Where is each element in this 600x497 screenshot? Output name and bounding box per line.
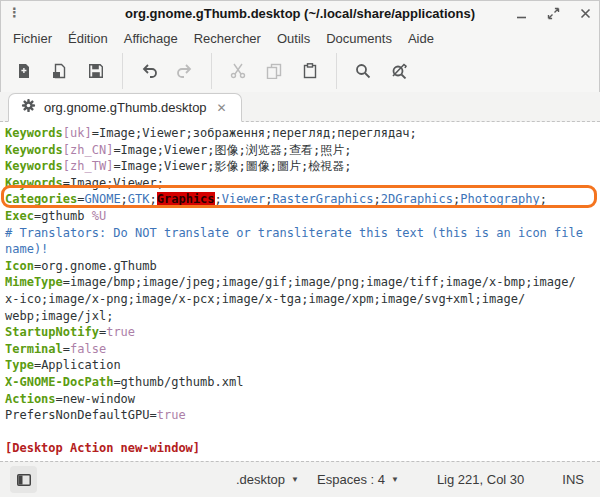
- tab-org-gnome-gthumb-desktop[interactable]: org.gnome.gThumb.desktop ✕: [8, 93, 242, 122]
- menu-fichier[interactable]: Fichier: [6, 29, 59, 48]
- app-menu-icon[interactable]: ⋮: [8, 8, 22, 18]
- code-line: Actions=new-window: [5, 391, 600, 408]
- code-line: Keywords[uk]=Image;Viewer;зображення;пер…: [5, 125, 600, 142]
- close-button[interactable]: [578, 6, 592, 20]
- cursor-position-label: Lig 221, Col 30: [437, 472, 524, 487]
- code-line: Terminal=false: [5, 341, 600, 358]
- copy-icon: [266, 63, 282, 79]
- chevron-down-icon: ▼: [391, 475, 399, 484]
- replace-button[interactable]: [385, 57, 413, 85]
- find-replace-icon: [391, 63, 407, 79]
- filetype-dropdown[interactable]: .desktop ▼: [230, 469, 305, 490]
- menu-outils[interactable]: Outils: [270, 29, 317, 48]
- search-icon: [355, 63, 371, 79]
- tab-close-icon[interactable]: ✕: [215, 101, 229, 115]
- redo-icon: [176, 63, 194, 79]
- paste-button[interactable]: [296, 57, 324, 85]
- menu-documents[interactable]: Documents: [319, 29, 399, 48]
- toolbar-separator: [336, 53, 337, 89]
- code-line: webp;image/jxl;: [5, 308, 600, 325]
- window-title: org.gnome.gThumb.desktop (~/.local/share…: [0, 6, 600, 21]
- cursor-position-button[interactable]: Lig 221, Col 30: [431, 469, 530, 490]
- close-icon: [579, 7, 592, 20]
- cut-icon: [230, 63, 246, 79]
- restore-icon: [547, 7, 560, 20]
- restore-button[interactable]: [546, 6, 560, 20]
- save-button[interactable]: [82, 57, 110, 85]
- code-line: Keywords[zh_TW]=Image;Viewer;影像;圖像;圖片;檢視…: [5, 158, 600, 175]
- toolbar: [0, 50, 600, 92]
- copy-button: [260, 57, 288, 85]
- new-document-button[interactable]: [10, 57, 38, 85]
- code-line: name)!: [5, 241, 600, 258]
- code-line: StartupNotify=true: [5, 324, 600, 341]
- window-controls: [514, 6, 592, 20]
- statusbar-right: .desktop ▼ Espaces : 4 ▼ Lig 221, Col 30…: [230, 469, 590, 490]
- code-line: [5, 424, 600, 441]
- menubar: FichierÉditionAffichageRechercherOutilsD…: [0, 26, 600, 50]
- tab-width-dropdown[interactable]: Espaces : 4 ▼: [311, 469, 405, 490]
- tab-label: org.gnome.gThumb.desktop: [44, 100, 207, 115]
- code-line: Keywords[zh_CN]=Image;Viewer;图像;浏览器;查看;照…: [5, 142, 600, 159]
- cut-button: [224, 57, 252, 85]
- code-line: X-GNOME-DocPath=gthumb/gthumb.xml: [5, 374, 600, 391]
- menu-edition[interactable]: Édition: [61, 29, 115, 48]
- undo-icon: [140, 63, 158, 79]
- input-mode-label: INS: [562, 472, 584, 487]
- save-icon: [88, 63, 104, 79]
- open-button[interactable]: [46, 57, 74, 85]
- open-icon: [52, 63, 68, 79]
- menu-aide[interactable]: Aide: [401, 29, 441, 48]
- code-line: Categories=GNOME;GTK;Graphics;Viewer;Ras…: [5, 191, 600, 208]
- toolbar-separator: [122, 53, 123, 89]
- input-mode-button[interactable]: INS: [556, 469, 590, 490]
- code-line: # Translators: Do NOT translate or trans…: [5, 225, 600, 242]
- gear-icon: [21, 98, 36, 117]
- menu-affichage[interactable]: Affichage: [117, 29, 185, 48]
- code-line: Keywords=Image;Viewer;: [5, 175, 600, 192]
- side-panel-toggle-button[interactable]: [10, 466, 37, 493]
- code-line: [Desktop Action new-window]: [5, 440, 600, 457]
- paste-icon: [302, 63, 318, 79]
- minimize-icon: [515, 7, 528, 20]
- side-panel-icon: [17, 474, 31, 486]
- minimize-button[interactable]: [514, 6, 528, 20]
- code-line: Exec=gthumb %U: [5, 208, 600, 225]
- chevron-down-icon: ▼: [291, 475, 299, 484]
- undo-button[interactable]: [135, 57, 163, 85]
- tab-bar: org.gnome.gThumb.desktop ✕: [0, 92, 600, 122]
- code-line: Type=Application: [5, 357, 600, 374]
- code-line: PrefersNonDefaultGPU=true: [5, 407, 600, 424]
- titlebar: ⋮ org.gnome.gThumb.desktop (~/.local/sha…: [0, 0, 600, 26]
- code-line: Icon=org.gnome.gThumb: [5, 258, 600, 275]
- toolbar-separator: [211, 53, 212, 89]
- redo-button: [171, 57, 199, 85]
- tab-width-label: Espaces : 4: [317, 472, 385, 487]
- filetype-label: .desktop: [236, 472, 285, 487]
- menu-rechercher[interactable]: Rechercher: [187, 29, 268, 48]
- find-button[interactable]: [349, 57, 377, 85]
- code-line: x-ico;image/x-png;image/x-pcx;image/x-tg…: [5, 291, 600, 308]
- statusbar: .desktop ▼ Espaces : 4 ▼ Lig 221, Col 30…: [0, 461, 600, 497]
- text-editor-area[interactable]: Keywords[uk]=Image;Viewer;зображення;пер…: [0, 122, 600, 461]
- code-line: MimeType=image/bmp;image/jpeg;image/gif;…: [5, 274, 600, 291]
- gedit-window: ⋮ org.gnome.gThumb.desktop (~/.local/sha…: [0, 0, 600, 497]
- new-doc-icon: [16, 63, 32, 79]
